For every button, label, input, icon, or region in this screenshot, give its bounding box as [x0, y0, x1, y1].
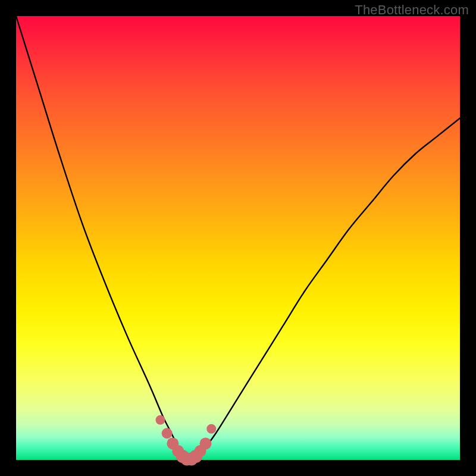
chart-container: TheBottleneck.com	[0, 0, 476, 476]
curve-layer	[16, 16, 460, 460]
highlight-dot	[155, 415, 165, 425]
bottleneck-curve	[16, 16, 460, 461]
highlight-dot	[162, 428, 173, 439]
plot-area	[16, 16, 460, 460]
highlight-dots	[155, 415, 216, 466]
highlight-dot	[206, 424, 216, 434]
highlight-dot	[200, 437, 212, 449]
